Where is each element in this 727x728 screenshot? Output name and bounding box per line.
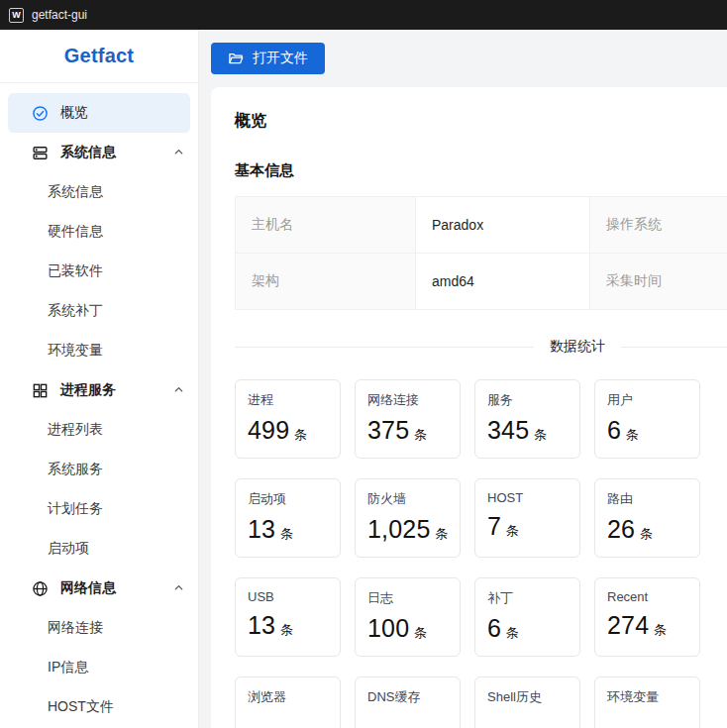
sidebar-item-label: 系统服务 — [48, 461, 103, 478]
sidebar-item-system-info[interactable]: 系统信息 — [0, 172, 198, 212]
table-row: 主机名 Paradox 操作系统 — [236, 197, 727, 254]
sidebar-group-label: 系统信息 — [60, 144, 116, 161]
sidebar-group-label: 网络信息 — [60, 579, 116, 597]
sidebar-item-installed-software[interactable]: 已装软件 — [0, 252, 198, 291]
open-file-label: 打开文件 — [253, 50, 308, 67]
divider-label: 数据统计 — [550, 338, 605, 356]
app-window: W getfact-gui Getfact 概览 系统信息 — [0, 0, 727, 728]
sidebar-item-label: 网络连接 — [48, 619, 103, 637]
sidebar-item-network-connections[interactable]: 网络连接 — [0, 608, 198, 648]
overview-card: 概览 基本信息 主机名 Paradox 操作系统 架构 amd64 — [211, 87, 727, 728]
sidebar-item-label: HOST文件 — [48, 698, 114, 716]
stat-card-usb: USB13条 — [235, 577, 341, 657]
sidebar-group-label: 进程服务 — [60, 381, 116, 399]
stat-card-env-variables: 环境变量 — [594, 676, 700, 728]
sidebar-item-label: IP信息 — [48, 659, 88, 676]
table-row: 架构 amd64 采集时间 — [236, 254, 727, 310]
toolbar: 打开文件 — [199, 30, 727, 87]
stat-card-shell-history: Shell历史 — [474, 676, 580, 728]
info-label-hostname: 主机名 — [236, 197, 416, 254]
sidebar-item-host-file[interactable]: HOST文件 — [0, 687, 198, 727]
sidebar-menu: 概览 系统信息 系统信息 硬件信息 已装软件 系统补丁 环境变量 — [0, 83, 198, 727]
sidebar-item-label: 概览 — [60, 104, 88, 122]
sidebar-item-system-patches[interactable]: 系统补丁 — [0, 291, 198, 331]
info-value-hostname: Paradox — [416, 197, 590, 254]
app-icon: W — [9, 8, 24, 23]
stat-card-logs: 日志100条 — [355, 577, 461, 657]
chevron-up-icon — [173, 582, 184, 593]
sidebar-group-network-info[interactable]: 网络信息 — [0, 569, 198, 608]
sidebar-item-hardware-info[interactable]: 硬件信息 — [0, 212, 198, 252]
divider-line — [235, 347, 534, 348]
appstore-icon — [32, 382, 49, 399]
main-area: 打开文件 概览 基本信息 主机名 Paradox 操作系统 — [199, 30, 727, 728]
stat-card-firewall: 防火墙1,025条 — [355, 478, 461, 558]
stat-card-services: 服务345条 — [474, 379, 580, 459]
stat-card-processes: 进程499条 — [235, 379, 341, 459]
stat-card-routes: 路由26条 — [594, 478, 700, 558]
sidebar-item-scheduled-tasks[interactable]: 计划任务 — [0, 489, 198, 529]
info-label-collect-time: 采集时间 — [590, 254, 727, 310]
stat-card-startup-items: 启动项13条 — [235, 478, 341, 558]
stat-card-host: HOST7条 — [474, 478, 580, 558]
sidebar: Getfact 概览 系统信息 系统信息 硬件信息 — [0, 30, 199, 728]
sidebar-item-label: 系统信息 — [48, 183, 103, 201]
basic-info-title: 基本信息 — [235, 161, 727, 180]
info-value-arch: amd64 — [416, 254, 590, 310]
dashboard-icon — [32, 105, 49, 122]
app-logo: Getfact — [64, 45, 134, 67]
stat-card-browser: 浏览器 — [235, 676, 341, 728]
sidebar-item-startup-items[interactable]: 启动项 — [0, 529, 198, 569]
sidebar-item-label: 硬件信息 — [48, 223, 103, 241]
stat-card-patches: 补丁6条 — [474, 577, 580, 657]
sidebar-item-label: 启动项 — [48, 540, 89, 558]
folder-open-icon — [228, 51, 244, 66]
page-title: 概览 — [235, 111, 727, 132]
logo-row: Getfact — [0, 30, 198, 83]
stats-grid: 进程499条 网络连接375条 服务345条 用户6条 启动项13条 防火墙1,… — [235, 379, 727, 728]
sidebar-item-label: 系统补丁 — [48, 302, 103, 320]
sidebar-item-system-services[interactable]: 系统服务 — [0, 450, 198, 489]
stat-card-network-connections: 网络连接375条 — [355, 379, 461, 459]
stat-card-users: 用户6条 — [594, 379, 700, 459]
chevron-up-icon — [173, 147, 184, 157]
info-label-os: 操作系统 — [590, 197, 727, 254]
divider-line — [621, 347, 727, 348]
sidebar-group-system-info[interactable]: 系统信息 — [0, 133, 198, 172]
sidebar-item-label: 计划任务 — [48, 500, 103, 518]
open-file-button[interactable]: 打开文件 — [211, 43, 325, 74]
stats-divider: 数据统计 — [235, 338, 727, 356]
sidebar-item-ip-info[interactable]: IP信息 — [0, 648, 198, 687]
sidebar-item-process-list[interactable]: 进程列表 — [0, 410, 198, 450]
window-titlebar: W getfact-gui — [0, 0, 727, 30]
sidebar-item-env-variables[interactable]: 环境变量 — [0, 331, 198, 370]
server-icon — [32, 145, 49, 161]
sidebar-item-label: 环境变量 — [48, 342, 103, 360]
sidebar-item-overview[interactable]: 概览 — [8, 93, 190, 133]
basic-info-table: 主机名 Paradox 操作系统 架构 amd64 采集时间 — [235, 196, 727, 310]
sidebar-item-label: 进程列表 — [48, 421, 103, 439]
sidebar-group-process-services[interactable]: 进程服务 — [0, 370, 198, 410]
stat-card-recent: Recent274条 — [594, 577, 700, 657]
stat-card-dns-cache: DNS缓存 — [355, 676, 461, 728]
window-title: getfact-gui — [32, 8, 87, 22]
chevron-up-icon — [173, 384, 184, 395]
sidebar-item-label: 已装软件 — [48, 262, 103, 280]
info-label-arch: 架构 — [236, 254, 416, 310]
globe-icon — [32, 580, 49, 597]
